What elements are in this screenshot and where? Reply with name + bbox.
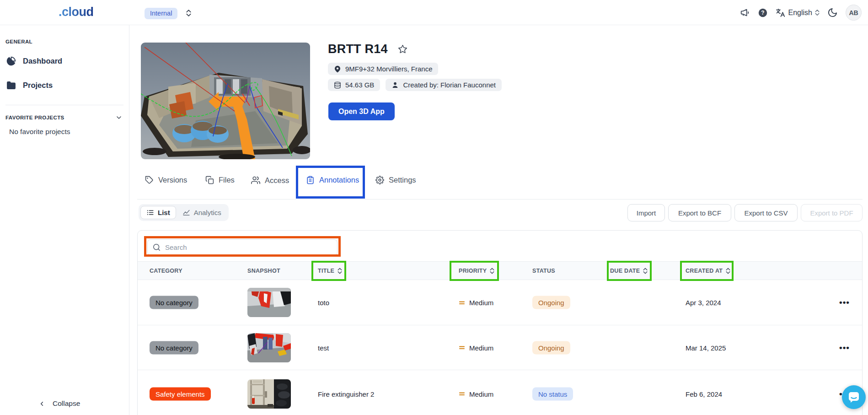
priority-medium-icon — [459, 299, 465, 306]
collapse-label: Collapse — [53, 399, 80, 408]
gear-icon — [375, 176, 384, 184]
tab-label: Settings — [389, 176, 416, 184]
tab-annotations[interactable]: Annotations — [306, 176, 359, 184]
favorites-empty-text: No favorite projects — [9, 128, 70, 136]
language-label: English — [788, 9, 812, 17]
project-creator: Created by: Florian Fauconnet — [403, 81, 496, 89]
tabs-divider — [137, 199, 863, 199]
clipboard-icon — [306, 176, 315, 184]
sidebar-item-dashboard[interactable]: Dashboard — [6, 56, 62, 66]
annotations-list-card: CATEGORY SNAPSHOT TITLE PRIORITY STATUS … — [137, 230, 863, 415]
priority-cell: Medium — [459, 299, 493, 307]
priority-label: Medium — [469, 390, 493, 398]
users-icon — [251, 176, 260, 185]
favorite-star-icon[interactable] — [398, 44, 407, 54]
column-header-category: CATEGORY — [150, 268, 182, 274]
app-root: .cloud Internal ? English AB — [0, 0, 868, 415]
favorite-projects-label: FAVORITE PROJECTS — [5, 115, 64, 120]
sidebar-section-general: GENERAL — [5, 39, 32, 44]
row-actions-menu[interactable]: ••• — [839, 297, 850, 307]
status-badge: Ongoing — [532, 341, 570, 354]
export-csv-button[interactable]: Export to CSV — [734, 204, 798, 221]
snapshot-thumbnail[interactable] — [247, 379, 291, 409]
annotation-title: test — [318, 344, 329, 351]
dark-mode-icon[interactable] — [827, 7, 838, 18]
table-header-row: CATEGORY SNAPSHOT TITLE PRIORITY STATUS … — [138, 261, 862, 280]
view-toggle-list-label: List — [158, 209, 170, 216]
workspace-switcher-icon[interactable] — [186, 9, 192, 17]
tab-label: Annotations — [319, 176, 359, 184]
priority-cell: Medium — [459, 344, 493, 351]
snapshot-thumbnail[interactable] — [247, 333, 291, 362]
workspace-badge[interactable]: Internal — [145, 8, 177, 19]
priority-label: Medium — [469, 344, 493, 351]
table-row[interactable]: No category toto Medium Ongoing — [138, 280, 862, 325]
annotation-title: toto — [318, 299, 329, 307]
project-3d-thumbnail[interactable] — [141, 43, 310, 159]
category-badge: Safety elements — [150, 387, 211, 400]
export-pdf-button[interactable]: Export to PDF — [801, 204, 863, 221]
favorite-projects-header[interactable]: FAVORITE PROJECTS — [5, 114, 123, 121]
export-bcf-button[interactable]: Export to BCF — [668, 204, 731, 221]
status-badge: Ongoing — [532, 296, 570, 309]
analytics-icon — [182, 209, 190, 216]
column-header-priority[interactable]: PRIORITY — [459, 267, 494, 274]
app-logo[interactable]: .cloud — [59, 5, 94, 19]
priority-cell: Medium — [459, 390, 493, 398]
import-button[interactable]: Import — [627, 204, 665, 221]
sort-icon — [726, 267, 730, 274]
sidebar: GENERAL Dashboard Projects FAVORITE PROJ… — [0, 25, 129, 415]
annotation-title: Fire extinguisher 2 — [318, 390, 374, 398]
tab-files[interactable]: Files — [205, 176, 235, 184]
column-header-title[interactable]: TITLE — [318, 267, 342, 274]
svg-text:?: ? — [761, 10, 764, 16]
search-input[interactable] — [147, 239, 338, 255]
column-header-status: STATUS — [532, 268, 555, 274]
sort-icon — [490, 267, 494, 274]
project-location: 9MF9+32 Morvilliers, France — [345, 65, 432, 73]
translate-icon — [776, 8, 786, 18]
chevron-left-icon — [38, 400, 45, 407]
announcements-icon[interactable] — [740, 8, 750, 18]
database-icon — [334, 81, 341, 89]
view-toggle-analytics[interactable]: Analytics — [177, 206, 227, 219]
chat-icon — [848, 391, 860, 403]
tag-icon — [145, 176, 154, 184]
sidebar-item-label: Projects — [23, 81, 53, 90]
project-size: 54.63 GB — [345, 81, 374, 89]
created-at-cell: Feb 6, 2024 — [686, 390, 722, 398]
tab-versions[interactable]: Versions — [145, 176, 187, 184]
help-icon[interactable]: ? — [758, 8, 768, 18]
folder-icon — [6, 81, 16, 90]
open-3d-app-button[interactable]: Open 3D App — [328, 102, 395, 120]
files-icon — [205, 176, 214, 184]
column-header-due-date[interactable]: DUE DATE — [610, 267, 648, 274]
topbar: .cloud Internal ? English AB — [0, 0, 868, 25]
priority-medium-icon — [459, 345, 465, 351]
table-row[interactable]: No category test — [138, 325, 862, 370]
row-actions-menu[interactable]: ••• — [839, 343, 850, 353]
location-pin-icon — [334, 65, 341, 73]
collapse-sidebar-button[interactable]: Collapse — [38, 399, 80, 408]
view-toggle-list[interactable]: List — [140, 206, 176, 219]
priority-medium-icon — [459, 391, 465, 397]
sidebar-item-projects[interactable]: Projects — [6, 81, 53, 90]
pie-chart-icon — [6, 56, 16, 66]
chat-launcher-button[interactable] — [842, 385, 866, 409]
list-icon — [146, 209, 154, 216]
created-at-cell: Mar 14, 2025 — [686, 344, 726, 351]
status-badge: No status — [532, 387, 573, 400]
chevron-down-icon — [115, 114, 123, 121]
tab-access[interactable]: Access — [251, 176, 289, 185]
project-creator-badge: Created by: Florian Fauconnet — [386, 79, 502, 91]
user-avatar[interactable]: AB — [846, 5, 862, 21]
created-at-cell: Apr 3, 2024 — [686, 299, 721, 307]
snapshot-thumbnail[interactable] — [247, 288, 291, 317]
project-location-badge: 9MF9+32 Morvilliers, France — [328, 63, 438, 75]
table-row[interactable]: Safety elements — [138, 370, 862, 415]
language-selector[interactable]: English — [776, 8, 820, 18]
tab-settings[interactable]: Settings — [375, 176, 416, 184]
sort-icon — [338, 267, 342, 274]
sidebar-divider — [5, 105, 123, 105]
column-header-created-at[interactable]: CREATED AT — [686, 267, 730, 274]
